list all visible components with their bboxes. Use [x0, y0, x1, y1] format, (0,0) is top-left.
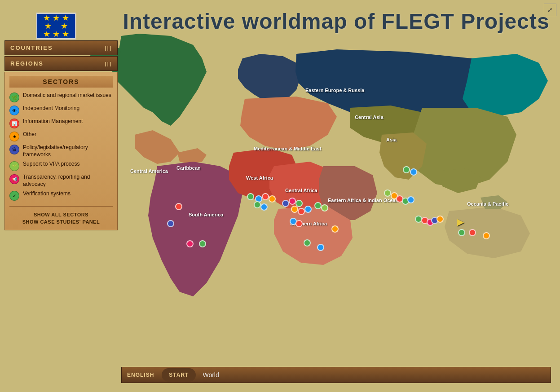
cursor: ▶	[457, 216, 464, 227]
sector-item-support[interactable]: 🌱 Support to VPA process	[9, 161, 113, 171]
sector-label-support: Support to VPA process	[23, 161, 80, 168]
page-header: Interactive worldmap of FLEGT Projects	[121, 9, 551, 34]
page-title: Interactive worldmap of FLEGT Projects	[121, 9, 551, 34]
countries-expand-icon: |||	[105, 45, 112, 51]
sector-label-domestic: Domestic and regional market issues	[23, 92, 111, 99]
countries-label: COUNTRIES	[10, 44, 53, 51]
sectors-title: SECTORS	[9, 76, 113, 88]
sector-footer: SHOW ALL SECTORS SHOW CASE STUDIES' PANE…	[9, 206, 113, 225]
map-pin[interactable]	[331, 225, 339, 233]
map-pin[interactable]	[295, 220, 303, 227]
show-case-studies-button[interactable]: SHOW CASE STUDIES' PANEL	[22, 219, 100, 225]
eu-logo: ★ ★ ★★ ★★ ★ ★	[36, 13, 76, 40]
map-pin[interactable]	[262, 193, 269, 200]
sector-icon-verification: ✓	[9, 191, 19, 201]
fullscreen-icon: ⤢	[547, 6, 553, 13]
bottom-bar: ENGLISH START World	[121, 367, 551, 383]
countries-button[interactable]: COUNTRIES |||	[4, 40, 118, 55]
map-pin[interactable]	[247, 193, 254, 200]
sector-item-independent[interactable]: 👁 Independent Monitoring	[9, 105, 113, 115]
sector-label-transparency: Transparency, reporting and advocacy	[23, 174, 113, 188]
map-pin[interactable]	[314, 202, 322, 209]
sector-icon-domestic: 🌿	[9, 92, 19, 102]
map-pin[interactable]	[458, 229, 465, 236]
sector-item-transparency[interactable]: 📢 Transparency, reporting and advocacy	[9, 174, 113, 188]
sector-icon-other: ★	[9, 132, 19, 141]
map-pin[interactable]	[437, 216, 444, 223]
sector-icon-transparency: 📢	[9, 174, 19, 184]
map-pin[interactable]	[407, 196, 414, 203]
sectors-panel: SECTORS 🌿 Domestic and regional market i…	[4, 72, 118, 230]
map-pin[interactable]	[186, 240, 194, 247]
map-pin[interactable]	[321, 204, 328, 211]
sector-item-domestic[interactable]: 🌿 Domestic and regional market issues	[9, 92, 113, 102]
show-all-sectors-button[interactable]: SHOW ALL SECTORS	[34, 212, 88, 217]
sector-item-policy[interactable]: 🏛 Policy/legislative/regulatory framewor…	[9, 144, 113, 158]
regions-button[interactable]: REGIONS |||	[4, 56, 118, 71]
map-pin[interactable]	[304, 206, 312, 213]
map-pin[interactable]	[298, 208, 305, 215]
map-pin[interactable]	[282, 200, 289, 207]
map-pin[interactable]	[469, 229, 476, 236]
map-pin[interactable]	[175, 203, 182, 210]
map-pin[interactable]	[199, 240, 206, 247]
map-pin[interactable]	[410, 168, 417, 176]
sector-icon-independent: 👁	[9, 106, 19, 115]
sector-icon-information: 📊	[9, 119, 19, 128]
map-pin[interactable]	[317, 244, 324, 251]
sector-label-policy: Policy/legislative/regulatory frameworks	[23, 144, 113, 158]
sector-label-verification: Verification systems	[23, 190, 71, 198]
sector-label-independent: Independent Monitoring	[23, 105, 79, 112]
sector-item-verification[interactable]: ✓ Verification systems	[9, 190, 113, 201]
sidebar: COUNTRIES ||| REGIONS ||| SECTORS 🌿 Dome…	[4, 40, 118, 230]
regions-expand-icon: |||	[105, 61, 112, 66]
map-pin[interactable]	[167, 220, 174, 227]
sector-icon-support: 🌱	[9, 161, 19, 171]
map-pin[interactable]	[289, 198, 296, 205]
map-pin[interactable]	[403, 166, 410, 173]
map-pin[interactable]	[483, 232, 490, 239]
map-pin[interactable]	[260, 203, 268, 211]
sector-label-information: Information Management	[23, 118, 83, 125]
map-pin[interactable]	[269, 195, 276, 203]
map-pin[interactable]	[291, 206, 298, 213]
location-label: World	[198, 371, 219, 379]
regions-label: REGIONS	[10, 60, 44, 67]
map-pin[interactable]	[384, 189, 391, 197]
sector-item-other[interactable]: ★ Other	[9, 131, 113, 141]
language-label: ENGLISH	[122, 372, 159, 378]
fullscreen-button[interactable]: ⤢	[544, 4, 556, 16]
sector-label-other: Other	[23, 131, 36, 138]
map-pin[interactable]	[254, 201, 261, 208]
eu-stars: ★ ★ ★★ ★★ ★ ★	[43, 14, 69, 38]
sector-item-information[interactable]: 📊 Information Management	[9, 118, 113, 128]
map-pin[interactable]	[304, 239, 311, 247]
sector-icon-policy: 🏛	[9, 145, 19, 154]
start-button[interactable]: START	[162, 368, 196, 382]
